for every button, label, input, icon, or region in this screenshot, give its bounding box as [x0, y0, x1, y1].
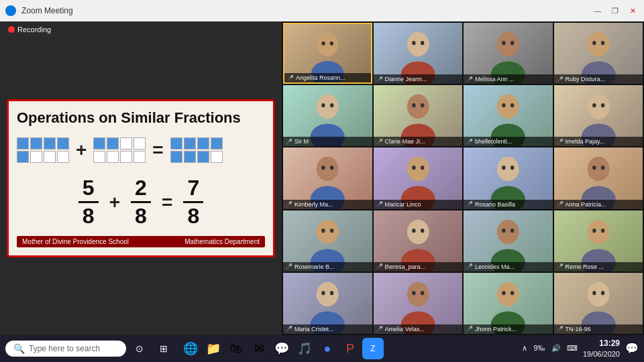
taskbar-app-ppt[interactable]: P [339, 338, 361, 359]
participant-cell[interactable]: 🎤Imelda Pajay... [554, 85, 643, 146]
svg-point-28 [587, 95, 609, 119]
numerator-3: 7 [187, 176, 199, 200]
svg-point-60 [587, 219, 609, 243]
fraction-line-1 [78, 201, 99, 203]
svg-point-12 [587, 32, 609, 56]
visual-equals: = [152, 139, 163, 161]
maximize-button[interactable]: ❐ [609, 5, 621, 17]
close-button[interactable]: ✕ [627, 5, 639, 17]
participant-cell[interactable]: 🎤Melissa Ann ... [464, 23, 553, 84]
svg-point-71 [420, 291, 423, 295]
participant-cell[interactable]: 🎤Ruby Distura... [554, 23, 643, 84]
participant-cell[interactable]: 🎤Kimberly Ma... [283, 147, 372, 208]
fraction-equation: 5 8 + 2 8 = 7 8 [17, 176, 265, 228]
footer-dept: Mathematics Department [184, 238, 260, 245]
participant-cell[interactable]: 🎤Jhonn Patrick... [464, 273, 553, 334]
notification-icon[interactable]: 💬 [625, 342, 639, 355]
taskbar-app-folder[interactable]: 📁 [203, 338, 224, 359]
svg-point-22 [412, 103, 415, 107]
svg-point-55 [420, 228, 423, 232]
numerator-1: 5 [83, 176, 95, 200]
equation-equals: = [162, 192, 172, 213]
equation-plus: + [109, 192, 120, 213]
participant-name: 🎤Rosemarie B... [283, 262, 372, 272]
participant-name: 🎤TN-16-96 [554, 324, 643, 334]
participant-cell[interactable]: 🎤Angelita Rosann... [283, 23, 372, 84]
participant-cell[interactable]: 🎤Maricar Linco [374, 147, 463, 208]
svg-point-78 [592, 291, 596, 295]
recording-dot [8, 26, 15, 33]
visual-plus: + [76, 139, 87, 161]
participant-name: 🎤Maricar Linco [374, 200, 463, 209]
taskbar-search[interactable]: 🔍 Type here to search [5, 341, 126, 357]
svg-point-8 [497, 32, 519, 56]
participant-cell[interactable]: 🎤Maria Cristet... [283, 273, 372, 334]
fraction-block-1 [17, 137, 69, 163]
title-bar-title: Zoom Meeting [21, 6, 592, 15]
taskbar: 🔍 Type here to search ⊙ ⊞ 🌐 📁 🛍 ✉ 💬 🎵 ● … [0, 335, 644, 362]
title-bar: Zoom Meeting — ❐ ✕ [0, 0, 644, 21]
participant-cell[interactable]: 🎤Dianne Jeann... [374, 23, 463, 84]
svg-point-74 [502, 291, 505, 295]
svg-point-79 [600, 291, 604, 295]
svg-point-27 [511, 103, 514, 107]
svg-point-16 [317, 95, 339, 119]
taskbar-app-chat[interactable]: 💬 [271, 338, 292, 359]
participant-name: 🎤bhelletolenti... [464, 137, 553, 146]
participant-cell[interactable]: 🎤theresa_para... [374, 210, 463, 272]
denominator-1: 8 [83, 204, 95, 228]
svg-point-7 [420, 41, 423, 45]
search-icon: 🔍 [13, 343, 25, 354]
participant-cell[interactable]: 🎤Amelia Velas... [374, 273, 463, 334]
recording-badge: Recording [8, 25, 51, 34]
svg-point-4 [407, 32, 429, 56]
participant-cell[interactable]: 🎤Rosemarie B... [283, 210, 372, 272]
zoom-icon [5, 5, 16, 16]
participant-cell[interactable]: 🎤bhelletolenti... [464, 85, 553, 146]
clock-date: 19/06/2020 [583, 349, 620, 359]
fraction-2: 2 8 [131, 176, 151, 228]
participant-name: 🎤Melissa Ann ... [464, 74, 553, 84]
participant-name: 🎤Leonides Ma... [464, 262, 553, 272]
taskbar-app-chrome[interactable]: ● [317, 338, 338, 359]
taskbar-app-zoom[interactable]: Z [362, 338, 384, 359]
svg-point-43 [511, 166, 514, 170]
participant-cell[interactable]: 🎤Rosario Basilla [464, 147, 553, 208]
svg-point-38 [412, 166, 415, 170]
svg-point-76 [587, 282, 609, 306]
taskbar-app-mail[interactable]: ✉ [248, 338, 270, 359]
participant-name: 🎤Imelda Pajay... [554, 137, 643, 146]
svg-point-72 [497, 282, 519, 306]
search-input[interactable]: Type here to search [29, 344, 100, 353]
svg-point-56 [497, 219, 519, 243]
fraction-block-2 [93, 137, 146, 163]
svg-point-40 [497, 157, 519, 181]
participant-cell[interactable]: 🎤Anna Patricia... [554, 147, 643, 208]
participant-cell[interactable]: 🎤Clarie Mae Ji... [374, 85, 463, 146]
participant-name: 🎤Clarie Mae Ji... [374, 137, 463, 146]
participant-name: 🎤Ruby Distura... [554, 74, 643, 84]
taskbar-app-spotify[interactable]: 🎵 [294, 338, 315, 359]
minimize-button[interactable]: — [592, 5, 604, 17]
participant-name: 🎤Reme Rose ... [554, 262, 643, 272]
taskbar-app-store[interactable]: 🛍 [225, 338, 247, 359]
title-bar-controls: — ❐ ✕ [592, 5, 639, 17]
svg-point-20 [407, 95, 429, 119]
taskbar-cortana-btn[interactable]: ⊙ [129, 338, 150, 359]
participant-name: 🎤theresa_para... [374, 262, 463, 272]
svg-point-70 [412, 291, 415, 295]
svg-point-31 [600, 103, 604, 107]
participant-cell[interactable]: 🎤Sir M [283, 85, 372, 146]
participant-name: 🎤Angelita Rosann... [284, 73, 371, 82]
participant-name: 🎤Dianne Jeann... [374, 74, 463, 84]
participant-cell[interactable]: 🎤Reme Rose ... [554, 210, 643, 272]
system-tray: ∧ 9‰ 🔊 ⌨ [522, 344, 578, 353]
footer-school: Mother of Divine Providence School [22, 238, 129, 245]
fraction-3: 7 8 [183, 176, 203, 228]
participant-cell[interactable]: 🎤TN-16-96 [554, 273, 643, 334]
participant-cell[interactable]: 🎤Leonides Ma... [464, 210, 553, 272]
slide-footer: Mother of Divine Providence School Mathe… [17, 236, 265, 247]
taskbar-app-edge[interactable]: 🌐 [180, 338, 201, 359]
svg-point-18 [321, 103, 325, 107]
taskbar-multiview-btn[interactable]: ⊞ [153, 338, 174, 359]
